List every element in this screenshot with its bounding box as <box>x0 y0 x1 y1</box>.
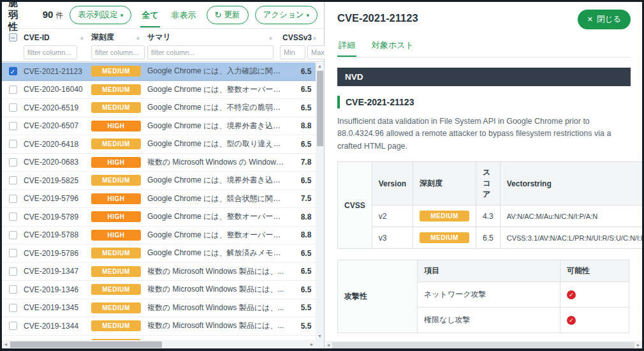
tab-target-hosts[interactable]: 対象ホスト <box>370 36 415 57</box>
table-row[interactable]: MEDIUM <box>2 336 324 341</box>
vulnerability-detail-panel: CVE-2021-21123 ✕ 閉じる 詳細 対象ホスト NVD CVE-20… <box>325 2 642 348</box>
refresh-icon: ↻ <box>215 10 222 20</box>
sort-icon: ▲ <box>268 34 274 41</box>
tab-hidden[interactable]: 非表示 <box>170 3 198 27</box>
attack-header-item: 項目 <box>418 260 560 282</box>
severity-badge: MEDIUM <box>91 102 141 113</box>
horizontal-scrollbar[interactable]: ◄ ► <box>2 340 316 348</box>
cvss-header-score: スコア <box>476 162 501 205</box>
severity-badge: HIGH <box>91 193 141 204</box>
column-label: CVE-ID <box>24 33 50 42</box>
column-header-summary[interactable]: サマリ ▲ <box>147 32 280 43</box>
cve-id: CVE-2021-21123 <box>24 67 91 76</box>
action-button[interactable]: アクション ▾ <box>255 6 318 24</box>
cvss-row-label: CVSS <box>338 162 372 249</box>
table-row[interactable]: CVE-2019-5786MEDIUMGoogle Chrome には、解放済み… <box>2 244 324 263</box>
select-all-checkbox[interactable]: – <box>9 33 17 41</box>
close-label: 閉じる <box>597 14 621 25</box>
vertical-scrollbar[interactable]: ▲ ▼ <box>316 63 324 340</box>
summary-text: Google Chrome には、競合状態に関す... <box>147 193 288 204</box>
row-checkbox[interactable] <box>9 140 17 148</box>
filter-cve-id-input[interactable] <box>24 45 77 59</box>
scroll-up-icon[interactable]: ▲ <box>316 63 324 70</box>
column-header-cve-id[interactable]: CVE-ID ▲ <box>24 33 91 42</box>
row-checkbox[interactable] <box>9 267 17 276</box>
table-row[interactable]: CVE-2020-6507HIGHGoogle Chrome には、境界外書き込… <box>2 117 324 136</box>
table-row[interactable]: CVE-2020-0683HIGH複数の Microsoft Windows の… <box>2 154 324 172</box>
row-checkbox[interactable] <box>9 195 17 203</box>
cvss-version: v2 <box>372 205 413 227</box>
summary-text: Google Chrome には、境界外書き込み... <box>147 175 288 186</box>
column-header-cvssv3[interactable]: CVSSv3 ▲ <box>280 33 316 42</box>
refresh-label: 更新 <box>224 10 240 20</box>
scrollbar-thumb[interactable] <box>332 342 634 348</box>
row-checkbox[interactable] <box>9 322 17 330</box>
cve-id: CVE-2019-5786 <box>24 249 91 258</box>
tab-detail[interactable]: 詳細 <box>337 36 356 57</box>
severity-badge: HIGH <box>91 211 141 222</box>
chevron-down-icon: ▾ <box>306 12 309 19</box>
summary-text: Google Chrome には、整数オーバーフ... <box>147 211 288 222</box>
row-checkbox[interactable] <box>9 86 17 94</box>
scrollbar-thumb[interactable] <box>317 71 323 146</box>
table-row[interactable]: CVE-2020-6519MEDIUMGoogle Chrome には、不特定の… <box>2 99 324 117</box>
row-checkbox[interactable] <box>9 304 17 312</box>
severity-badge: HIGH <box>91 157 141 168</box>
table-row[interactable]: CVE-2019-5788HIGHGoogle Chrome には、整数オーバー… <box>2 227 324 245</box>
tab-all[interactable]: 全て <box>140 3 159 27</box>
sort-icon: ▲ <box>312 34 318 41</box>
cve-id: CVE-2019-5825 <box>24 176 91 185</box>
scroll-right-icon[interactable]: ► <box>308 340 316 348</box>
column-label: CVSSv3 <box>282 33 312 42</box>
table-row[interactable]: CVE-2019-1344MEDIUM複数の Microsoft Windows… <box>2 317 324 336</box>
cve-heading: CVE-2021-21123 <box>337 96 631 108</box>
scroll-down-icon[interactable]: ▼ <box>316 332 324 340</box>
table-row[interactable]: ✓CVE-2021-21123MEDIUMGoogle Chrome には、入力… <box>2 63 324 81</box>
column-header-severity[interactable]: 深刻度 ▲ <box>91 32 147 43</box>
cve-id: CVE-2019-1345 <box>24 303 91 312</box>
row-checkbox[interactable] <box>9 285 17 294</box>
row-checkbox[interactable] <box>9 122 17 130</box>
row-checkbox[interactable] <box>9 158 17 167</box>
table-row[interactable]: CVE-2020-6418MEDIUMGoogle Chrome には、型の取り… <box>2 135 324 154</box>
scroll-right-icon[interactable]: ► <box>634 341 642 348</box>
row-checkbox[interactable] <box>9 213 17 221</box>
cve-id: CVE-2019-5788 <box>24 230 91 239</box>
filter-cvss-min-input[interactable] <box>280 45 305 59</box>
row-checkbox[interactable] <box>9 231 17 239</box>
severity-badge: MEDIUM <box>91 302 141 313</box>
check-icon: ✓ <box>567 316 576 325</box>
table-row[interactable]: CVE-2019-5825MEDIUMGoogle Chrome には、境界外書… <box>2 172 324 190</box>
cve-id: CVE-2020-6507 <box>24 121 91 130</box>
table-row[interactable]: CVE-2019-5789HIGHGoogle Chrome には、整数オーバー… <box>2 208 324 227</box>
table-row[interactable]: CVE-2019-1347MEDIUM複数の Microsoft Windows… <box>2 263 324 281</box>
close-button[interactable]: ✕ 閉じる <box>578 10 631 29</box>
summary-text: Google Chrome には、不特定の脆弱性... <box>147 102 288 113</box>
summary-text: 複数の Microsoft Windows 製品には、... <box>147 284 288 295</box>
column-settings-button[interactable]: 表示列設定 ▾ <box>70 6 131 24</box>
scroll-left-icon[interactable]: ◄ <box>325 341 332 348</box>
row-checkbox[interactable] <box>9 176 17 184</box>
horizontal-scrollbar[interactable]: ◄ ► <box>325 341 642 348</box>
table-row[interactable]: CVE-2020-16040MEDIUMGoogle Chrome には、整数オ… <box>2 81 324 100</box>
filter-summary-input[interactable] <box>147 45 274 59</box>
column-label: 深刻度 <box>91 32 114 43</box>
scroll-left-icon[interactable]: ◄ <box>2 340 10 348</box>
scrollbar-thumb[interactable] <box>10 341 162 348</box>
summary-text: 複数の Microsoft Windows 製品には、... <box>147 266 288 277</box>
severity-badge: MEDIUM <box>91 175 141 186</box>
table-row[interactable]: CVE-2019-1346MEDIUM複数の Microsoft Windows… <box>2 281 324 299</box>
table-row[interactable]: CVE-2019-1345MEDIUM複数の Microsoft Windows… <box>2 299 324 318</box>
cvss-row-v3: v3 MEDIUM 6.5 CVSS:3.1/AV:N/AC:L/PR:N/UI… <box>338 227 643 249</box>
table-row[interactable]: CVE-2019-5796HIGHGoogle Chrome には、競合状態に関… <box>2 190 324 209</box>
row-checkbox[interactable] <box>9 249 17 257</box>
cvss-header-severity: 深刻度 <box>413 162 476 205</box>
vulnerability-table-body: ✓CVE-2021-21123MEDIUMGoogle Chrome には、入力… <box>2 63 324 340</box>
vulnerability-manager-window: 脆弱性 90 件 表示列設定 ▾ 全て 非表示 ↻ 更新 アクション ▾ – <box>0 0 644 351</box>
filter-severity-input[interactable] <box>91 45 145 59</box>
severity-badge: MEDIUM <box>91 266 141 277</box>
refresh-button[interactable]: ↻ 更新 <box>207 6 249 24</box>
row-checkbox[interactable] <box>9 103 17 112</box>
summary-text: 複数の Microsoft Windows の Windows ... <box>147 157 288 168</box>
row-checkbox[interactable]: ✓ <box>9 67 17 75</box>
